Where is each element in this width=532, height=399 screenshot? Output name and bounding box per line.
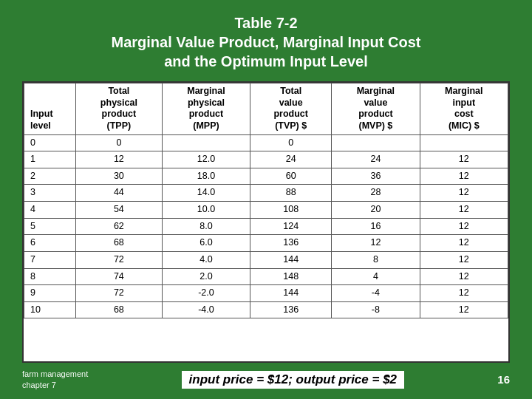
table-cell: 124 xyxy=(250,218,332,235)
table-cell: 8.0 xyxy=(162,218,250,235)
table-cell: 108 xyxy=(250,202,332,219)
table-cell: 12 xyxy=(420,168,508,185)
footer-page: 16 xyxy=(497,373,510,386)
table-cell xyxy=(332,134,420,151)
table-cell: 12 xyxy=(420,268,508,285)
table-cell: 2 xyxy=(24,168,76,185)
table-cell: 6 xyxy=(24,235,76,252)
table-container: Inputlevel Totalphysicalproduct(TPP) Mar… xyxy=(22,81,510,363)
source-line2: chapter 7 xyxy=(22,381,56,389)
main-title: Table 7-2 Marginal Value Product, Margin… xyxy=(112,13,421,71)
table-cell: 148 xyxy=(250,268,332,285)
table-cell: 8 xyxy=(332,251,420,268)
table-cell: 54 xyxy=(76,202,163,219)
table-cell: 10 xyxy=(24,301,76,318)
table-cell: 72 xyxy=(76,251,163,268)
table-cell: 12 xyxy=(420,202,508,219)
table-cell: 136 xyxy=(250,301,332,318)
table-row: 6686.01361212 xyxy=(24,235,508,252)
source-line1: farm management xyxy=(22,369,88,378)
table-cell: 8 xyxy=(24,268,76,285)
col-header-tvp: Totalvalueproduct(TVP) $ xyxy=(250,83,332,135)
table-cell: 4 xyxy=(332,268,420,285)
title-line2: Marginal Value Product, Marginal Input C… xyxy=(112,34,421,50)
table-cell: 6.0 xyxy=(162,235,250,252)
table-cell: 16 xyxy=(332,218,420,235)
table-row: 1068-4.0136-812 xyxy=(24,301,508,318)
table-cell: 12 xyxy=(332,235,420,252)
table-cell: 12 xyxy=(420,185,508,202)
footer-caption: input price = $12; output price = $2 xyxy=(182,371,405,389)
table-cell: 2.0 xyxy=(162,268,250,285)
table-cell: -8 xyxy=(332,301,420,318)
table-row: 8742.0148412 xyxy=(24,268,508,285)
table-cell: 24 xyxy=(332,151,420,168)
table-row: 000 xyxy=(24,134,508,151)
table-cell: -4.0 xyxy=(162,301,250,318)
table-cell: 12 xyxy=(420,151,508,168)
col-header-tpp: Totalphysicalproduct(TPP) xyxy=(76,83,163,135)
footer: farm management chapter 7 input price = … xyxy=(22,369,510,390)
table-cell: 74 xyxy=(76,268,163,285)
footer-source: farm management chapter 7 xyxy=(22,369,88,390)
table-cell xyxy=(162,134,250,151)
table-cell: 12 xyxy=(420,235,508,252)
table-cell: 12 xyxy=(420,301,508,318)
table-cell: 12.0 xyxy=(162,151,250,168)
table-cell: 144 xyxy=(250,285,332,302)
title-line3: and the Optimum Input Level xyxy=(164,53,368,69)
title-line1: Table 7-2 xyxy=(234,15,297,31)
table-cell: 12 xyxy=(76,151,163,168)
table-row: 23018.0603612 xyxy=(24,168,508,185)
table-row: 34414.0882812 xyxy=(24,185,508,202)
table-cell: 1 xyxy=(24,151,76,168)
table-cell: 12 xyxy=(420,285,508,302)
table-cell: -2.0 xyxy=(162,285,250,302)
table-cell: 14.0 xyxy=(162,185,250,202)
table-cell: 144 xyxy=(250,251,332,268)
table-cell: 7 xyxy=(24,251,76,268)
table-cell: 3 xyxy=(24,185,76,202)
table-row: 11212.0242412 xyxy=(24,151,508,168)
col-header-mic: Marginalinputcost(MIC) $ xyxy=(420,83,508,135)
table-cell xyxy=(420,134,508,151)
table-cell: 18.0 xyxy=(162,168,250,185)
table-body: 00011212.024241223018.060361234414.08828… xyxy=(24,134,508,318)
table-cell: 12 xyxy=(420,218,508,235)
title-section: Table 7-2 Marginal Value Product, Margin… xyxy=(112,13,421,71)
table-cell: 4 xyxy=(24,202,76,219)
table-cell: 20 xyxy=(332,202,420,219)
table-cell: 0 xyxy=(250,134,332,151)
table-cell: 62 xyxy=(76,218,163,235)
table-cell: 0 xyxy=(24,134,76,151)
table-cell: 10.0 xyxy=(162,202,250,219)
table-cell: 9 xyxy=(24,285,76,302)
table-cell: 88 xyxy=(250,185,332,202)
table-cell: 68 xyxy=(76,235,163,252)
table-cell: 0 xyxy=(76,134,163,151)
table-cell: 72 xyxy=(76,285,163,302)
table-cell: 24 xyxy=(250,151,332,168)
table-row: 972-2.0144-412 xyxy=(24,285,508,302)
table-cell: 36 xyxy=(332,168,420,185)
table-row: 45410.01082012 xyxy=(24,202,508,219)
data-table: Inputlevel Totalphysicalproduct(TPP) Mar… xyxy=(24,83,508,318)
table-cell: 4.0 xyxy=(162,251,250,268)
table-cell: 68 xyxy=(76,301,163,318)
col-header-mvp: Marginalvalueproduct(MVP) $ xyxy=(332,83,420,135)
col-header-mpp: Marginalphysicalproduct(MPP) xyxy=(162,83,250,135)
table-cell: 5 xyxy=(24,218,76,235)
table-cell: 12 xyxy=(420,251,508,268)
table-cell: 60 xyxy=(250,168,332,185)
table-cell: 44 xyxy=(76,185,163,202)
table-cell: 28 xyxy=(332,185,420,202)
table-row: 5628.01241612 xyxy=(24,218,508,235)
table-row: 7724.0144812 xyxy=(24,251,508,268)
table-header-row: Inputlevel Totalphysicalproduct(TPP) Mar… xyxy=(24,83,508,135)
col-header-input: Inputlevel xyxy=(24,83,76,135)
table-cell: 30 xyxy=(76,168,163,185)
table-cell: -4 xyxy=(332,285,420,302)
table-cell: 136 xyxy=(250,235,332,252)
